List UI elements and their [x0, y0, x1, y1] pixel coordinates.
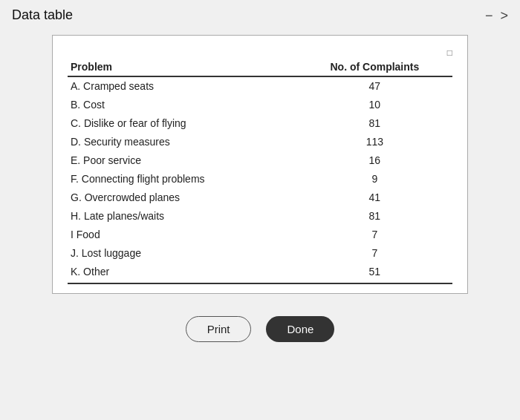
col-complaints-header: No. of Complaints: [297, 59, 452, 76]
complaint-value: 10: [297, 96, 452, 114]
complaint-value: 9: [297, 170, 452, 188]
minimize-button[interactable]: −: [485, 9, 493, 22]
data-table: Problem No. of Complaints A. Cramped sea…: [68, 59, 452, 281]
complaint-value: 81: [297, 207, 452, 226]
problem-label: E. Poor service: [68, 151, 297, 170]
problem-label: D. Security measures: [68, 133, 297, 151]
table-row: F. Connecting flight problems9: [68, 170, 452, 188]
table-row: B. Cost10: [68, 96, 452, 114]
print-button[interactable]: Print: [186, 316, 252, 342]
problem-label: I Food: [68, 226, 297, 244]
complaint-value: 113: [297, 133, 452, 151]
problem-label: F. Connecting flight problems: [68, 170, 297, 188]
col-problem-header: Problem: [68, 59, 297, 76]
problem-label: B. Cost: [68, 96, 297, 114]
table-container: □ Problem No. of Complaints A. Cramped s…: [52, 35, 468, 294]
complaint-value: 16: [297, 151, 452, 170]
table-row: J. Lost luggage7: [68, 244, 452, 263]
table-row: A. Cramped seats47: [68, 76, 452, 96]
problem-label: K. Other: [68, 263, 297, 281]
expand-button[interactable]: >: [500, 9, 508, 22]
page-title: Data table: [12, 7, 73, 23]
table-row: E. Poor service16: [68, 151, 452, 170]
main-content: □ Problem No. of Complaints A. Cramped s…: [0, 27, 520, 357]
problem-label: J. Lost luggage: [68, 244, 297, 263]
buttons-row: Print Done: [186, 316, 335, 342]
table-row: K. Other51: [68, 263, 452, 281]
table-row: H. Late planes/waits81: [68, 207, 452, 226]
table-row: C. Dislike or fear of flying81: [68, 114, 452, 133]
complaint-value: 7: [297, 244, 452, 263]
problem-label: C. Dislike or fear of flying: [68, 114, 297, 133]
complaint-value: 47: [297, 76, 452, 96]
complaint-value: 41: [297, 188, 452, 207]
complaint-value: 51: [297, 263, 452, 281]
title-bar: Data table − >: [0, 0, 520, 27]
table-row: G. Overcrowded planes41: [68, 188, 452, 207]
table-row: I Food7: [68, 226, 452, 244]
complaint-value: 7: [297, 226, 452, 244]
window-controls: − >: [485, 9, 508, 22]
problem-label: A. Cramped seats: [68, 76, 297, 96]
problem-label: G. Overcrowded planes: [68, 188, 297, 207]
done-button[interactable]: Done: [266, 316, 334, 342]
complaint-value: 81: [297, 114, 452, 133]
table-bottom-line: [68, 283, 452, 284]
table-row: D. Security measures113: [68, 133, 452, 151]
problem-label: H. Late planes/waits: [68, 207, 297, 226]
table-icon: □: [447, 47, 452, 58]
